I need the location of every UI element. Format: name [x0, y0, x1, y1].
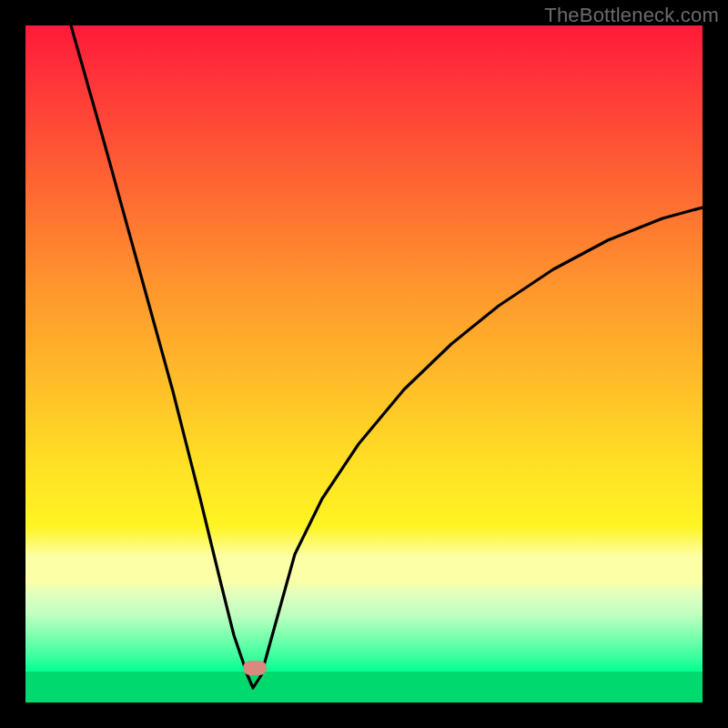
chart-minimum-marker [243, 661, 267, 675]
watermark-text: TheBottleneck.com [544, 4, 719, 27]
chart-curve [25, 25, 703, 703]
chart-plot-area [25, 25, 703, 703]
